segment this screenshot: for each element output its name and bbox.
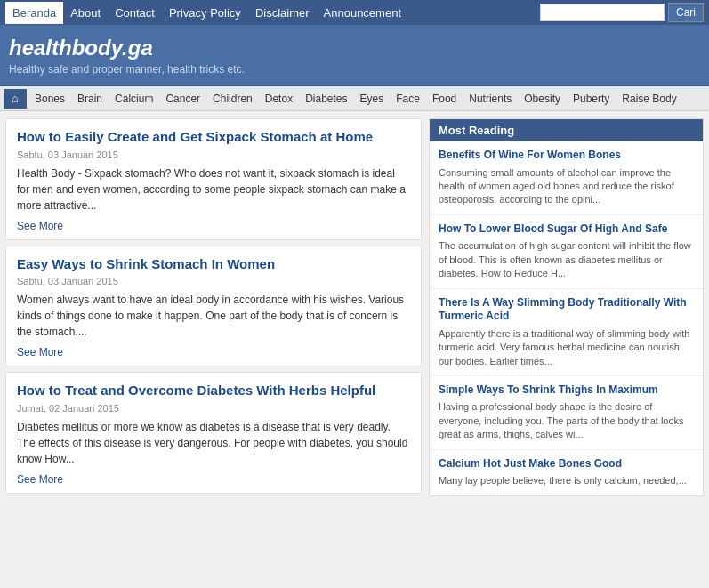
sidebar-item: There Is A Way Slimming Body Traditional… (430, 289, 703, 376)
cat-puberty[interactable]: Puberty (567, 89, 616, 109)
article-excerpt: Health Body - Sixpack stomach? Who does … (17, 165, 410, 213)
nav-disclaimer[interactable]: Disclaimer (248, 2, 317, 24)
nav-contact[interactable]: Contact (108, 2, 162, 24)
sidebar-item: Calcium Hot Just Make Bones Good Many la… (430, 450, 703, 495)
nav-beranda[interactable]: Beranda (5, 2, 63, 24)
sidebar-item-title[interactable]: How To Lower Blood Sugar Of High And Saf… (439, 222, 694, 237)
cat-face[interactable]: Face (390, 89, 426, 109)
category-navigation: ⌂ Bones Brain Calcium Cancer Children De… (0, 85, 709, 111)
cat-brain[interactable]: Brain (71, 89, 109, 109)
search-box: Cari (540, 3, 704, 22)
sidebar-item-title[interactable]: Calcium Hot Just Make Bones Good (439, 457, 694, 471)
cat-calcium[interactable]: Calcium (109, 89, 159, 109)
home-icon[interactable]: ⌂ (4, 89, 27, 109)
sidebar-item-title[interactable]: Simple Ways To Shrink Thighs In Maximum (439, 383, 694, 398)
cat-children[interactable]: Children (206, 89, 259, 109)
sidebar-item: How To Lower Blood Sugar Of High And Saf… (430, 215, 703, 289)
see-more-link[interactable]: See More (17, 220, 63, 232)
sidebar-item-text: Consuming small amounts of alcohol can i… (439, 166, 694, 207)
sidebar-column: Most Reading Benefits Of Wine For Women … (429, 118, 704, 499)
sidebar-item-text: Having a professional body shape is the … (439, 400, 694, 441)
article-title[interactable]: How to Treat and Overcome Diabetes With … (17, 382, 410, 399)
sidebar-item: Simple Ways To Shrink Thighs In Maximum … (430, 376, 703, 450)
sidebar-item-text: The accumulation of high sugar content w… (439, 239, 694, 280)
cat-detox[interactable]: Detox (259, 89, 299, 109)
article-excerpt: Diabetes mellitus or more we know as dia… (17, 419, 410, 467)
main-layout: How to Easily Create and Get Sixpack Sto… (0, 111, 709, 506)
sidebar-item-title[interactable]: Benefits Of Wine For Women Bones (439, 149, 694, 163)
cat-food[interactable]: Food (426, 89, 463, 109)
cat-cancer[interactable]: Cancer (159, 89, 206, 109)
article-date: Jumat, 02 Januari 2015 (17, 403, 410, 414)
site-tagline: Healthy safe and proper manner, health t… (9, 63, 700, 76)
article-title[interactable]: Easy Ways to Shrink Stomach In Women (17, 255, 410, 273)
sidebar-item-title[interactable]: There Is A Way Slimming Body Traditional… (439, 296, 694, 324)
site-header: healthbody.ga Healthy safe and proper ma… (0, 25, 709, 85)
cat-eyes[interactable]: Eyes (354, 89, 391, 109)
sidebar-item-text: Apparently there is a traditional way of… (439, 327, 694, 368)
most-reading-widget: Most Reading Benefits Of Wine For Women … (429, 118, 704, 496)
article-date: Sabtu, 03 Januari 2015 (17, 276, 410, 286)
nav-privacy[interactable]: Privacy Policy (162, 2, 248, 24)
cat-obesity[interactable]: Obesity (518, 89, 567, 109)
nav-announcement[interactable]: Announcement (317, 2, 408, 24)
see-more-link[interactable]: See More (17, 346, 63, 358)
sidebar-item: Benefits Of Wine For Women Bones Consumi… (430, 141, 703, 215)
cat-nutrients[interactable]: Nutrients (463, 89, 518, 109)
article-title[interactable]: How to Easily Create and Get Sixpack Sto… (17, 128, 410, 146)
nav-about[interactable]: About (63, 2, 108, 24)
cat-diabetes[interactable]: Diabetes (299, 89, 353, 109)
widget-title: Most Reading (430, 119, 703, 141)
article-excerpt: Women always want to have an ideal body … (17, 292, 410, 340)
sidebar-item-text: Many lay people believe, there is only c… (439, 474, 694, 487)
article-card: Easy Ways to Shrink Stomach In Women Sab… (5, 246, 422, 367)
top-navigation: Beranda About Contact Privacy Policy Dis… (0, 0, 709, 25)
article-date: Sabtu, 03 Januari 2015 (17, 149, 410, 160)
cat-raise-body[interactable]: Raise Body (616, 89, 682, 109)
articles-column: How to Easily Create and Get Sixpack Sto… (5, 118, 422, 499)
article-card: How to Easily Create and Get Sixpack Sto… (5, 118, 422, 240)
site-title: healthbody.ga (9, 36, 700, 60)
search-button[interactable]: Cari (668, 3, 704, 22)
search-input[interactable] (540, 4, 665, 21)
see-more-link[interactable]: See More (17, 473, 63, 486)
article-card: How to Treat and Overcome Diabetes With … (5, 372, 422, 494)
cat-bones[interactable]: Bones (28, 89, 71, 109)
